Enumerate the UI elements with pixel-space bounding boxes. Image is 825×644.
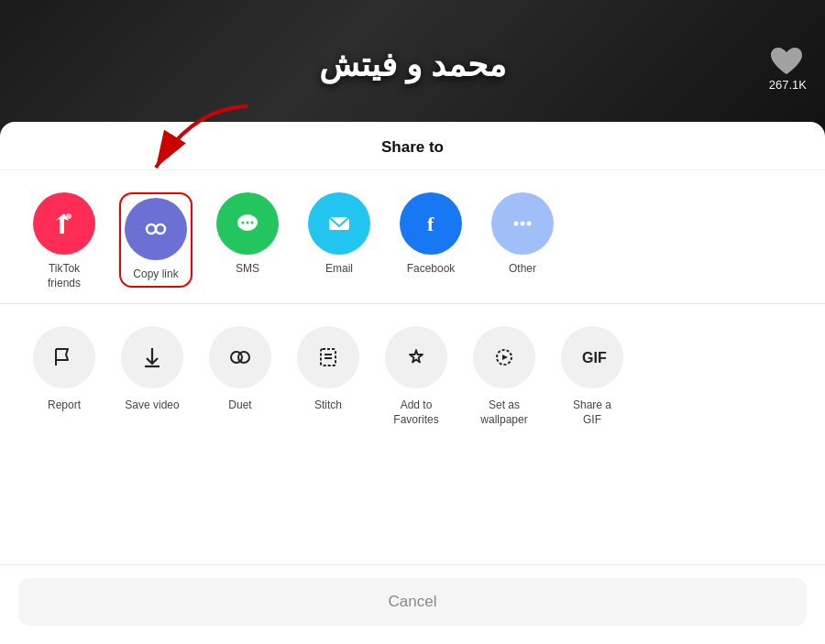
svg-point-19 [238,352,249,363]
report-icon-circle [33,326,95,388]
stitch-icon-circle [297,326,359,388]
sheet-title: Share to [0,122,825,170]
share-item-sms[interactable]: SMS [211,192,284,277]
tiktok-friends-label: TikTokfriends [48,262,81,290]
share-item-copy-link[interactable]: Copy link [119,192,192,288]
duet-icon-circle [209,326,271,388]
other-icon [491,192,554,255]
duet-label: Duet [228,398,251,412]
svg-point-9 [247,222,249,224]
cancel-button[interactable]: Cancel [18,578,807,626]
share-gif-icon-circle: GIF [561,326,623,388]
email-icon [308,192,370,255]
svg-point-8 [242,222,245,224]
row-divider [0,303,825,304]
action-stitch[interactable]: Stitch [292,326,365,412]
share-gif-label: Share aGIF [573,398,611,427]
action-save-video[interactable]: Save video [116,326,189,412]
action-set-wallpaper[interactable]: Set aswallpaper [468,326,541,427]
svg-point-15 [527,222,532,226]
share-item-email[interactable]: Email [302,192,376,277]
set-wallpaper-icon-circle [473,326,535,388]
action-report[interactable]: Report [28,326,101,412]
svg-point-3 [147,224,156,234]
svg-point-13 [514,222,519,226]
add-favorites-icon-circle [385,326,447,388]
facebook-icon: f [400,192,462,255]
report-label: Report [48,398,81,412]
facebook-label: Facebook [407,262,456,277]
svg-text:GIF: GIF [582,350,607,366]
svg-point-10 [251,222,254,224]
social-share-row: TikTokfriends Copy link [0,170,825,300]
add-favorites-label: Add toFavorites [393,398,438,427]
share-item-facebook[interactable]: f Facebook [394,192,468,277]
copy-link-label: Copy link [133,267,178,282]
save-video-icon-circle [121,326,183,388]
tiktok-friends-icon [33,192,95,255]
sms-icon [216,192,279,255]
bottom-divider [0,564,825,565]
email-label: Email [325,262,353,277]
sms-label: SMS [236,262,259,277]
stitch-label: Stitch [314,398,342,412]
copy-link-icon [125,198,187,260]
set-wallpaper-label: Set aswallpaper [480,398,527,427]
svg-point-2 [66,213,72,219]
actions-row: Report Save video Duet [0,308,825,436]
save-video-label: Save video [125,398,179,412]
svg-marker-24 [502,355,508,360]
like-count-label: 267.1K [769,78,807,92]
svg-point-4 [156,224,165,234]
share-item-other[interactable]: Other [486,192,559,277]
channel-name: محمد و فيتش [319,46,506,84]
action-add-favorites[interactable]: Add toFavorites [380,326,453,427]
other-label: Other [509,262,536,277]
share-item-tiktok-friends[interactable]: TikTokfriends [28,192,101,290]
action-duet[interactable]: Duet [204,326,277,412]
heart-icon [769,46,804,77]
action-share-gif[interactable]: GIF Share aGIF [556,326,629,427]
svg-text:f: f [427,213,434,235]
share-bottom-sheet: Share to TikTokfriends Copy link [0,122,825,644]
svg-point-14 [521,222,525,226]
like-count-container: 267.1K [769,46,807,92]
